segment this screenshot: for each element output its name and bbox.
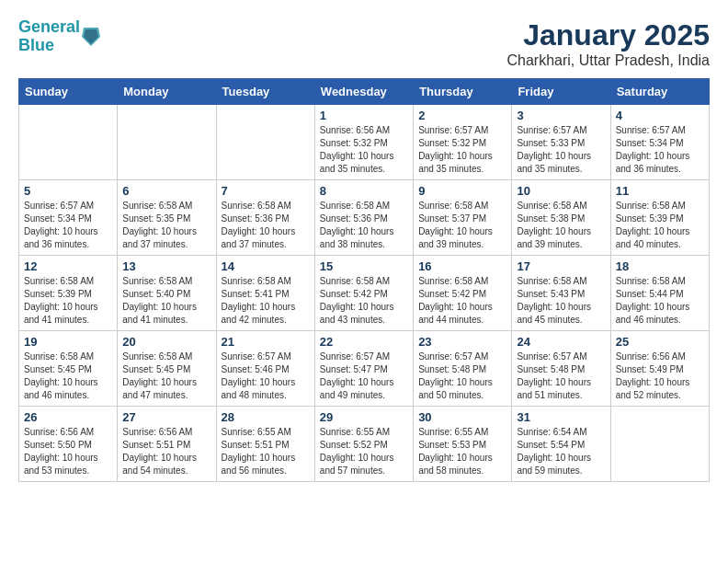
day-cell: 12Sunrise: 6:58 AM Sunset: 5:39 PM Dayli… xyxy=(19,256,118,331)
day-cell: 31Sunrise: 6:54 AM Sunset: 5:54 PM Dayli… xyxy=(512,407,610,482)
week-row-4: 19Sunrise: 6:58 AM Sunset: 5:45 PM Dayli… xyxy=(19,331,710,407)
day-number: 2 xyxy=(418,109,506,122)
col-header-saturday: Saturday xyxy=(610,79,709,105)
col-header-wednesday: Wednesday xyxy=(314,79,413,105)
day-cell: 22Sunrise: 6:57 AM Sunset: 5:47 PM Dayli… xyxy=(314,331,413,407)
day-cell xyxy=(216,105,314,180)
day-info: Sunrise: 6:56 AM Sunset: 5:50 PM Dayligh… xyxy=(24,426,112,477)
day-number: 29 xyxy=(320,410,408,424)
day-info: Sunrise: 6:55 AM Sunset: 5:52 PM Dayligh… xyxy=(320,426,408,477)
day-cell: 29Sunrise: 6:55 AM Sunset: 5:52 PM Dayli… xyxy=(314,407,413,482)
col-header-tuesday: Tuesday xyxy=(216,79,314,105)
day-number: 23 xyxy=(418,335,506,349)
week-row-1: 1Sunrise: 6:56 AM Sunset: 5:32 PM Daylig… xyxy=(19,105,710,180)
day-number: 21 xyxy=(222,335,310,349)
day-number: 4 xyxy=(616,109,704,122)
day-number: 31 xyxy=(517,410,605,424)
day-info: Sunrise: 6:57 AM Sunset: 5:33 PM Dayligh… xyxy=(517,124,605,176)
day-info: Sunrise: 6:55 AM Sunset: 5:51 PM Dayligh… xyxy=(222,426,310,477)
day-number: 11 xyxy=(616,184,704,198)
day-info: Sunrise: 6:56 AM Sunset: 5:49 PM Dayligh… xyxy=(616,350,704,402)
calendar-title: January 2025 xyxy=(506,18,710,52)
calendar-table: SundayMondayTuesdayWednesdayThursdayFrid… xyxy=(18,78,710,482)
svg-marker-1 xyxy=(84,29,98,44)
col-header-friday: Friday xyxy=(512,79,610,105)
logo-icon xyxy=(82,26,100,48)
day-cell: 26Sunrise: 6:56 AM Sunset: 5:50 PM Dayli… xyxy=(19,407,118,482)
day-cell: 6Sunrise: 6:58 AM Sunset: 5:35 PM Daylig… xyxy=(118,180,216,256)
day-cell: 19Sunrise: 6:58 AM Sunset: 5:45 PM Dayli… xyxy=(19,331,118,407)
day-info: Sunrise: 6:57 AM Sunset: 5:32 PM Dayligh… xyxy=(418,124,506,176)
day-number: 10 xyxy=(517,184,605,198)
day-info: Sunrise: 6:58 AM Sunset: 5:42 PM Dayligh… xyxy=(418,275,506,327)
day-info: Sunrise: 6:58 AM Sunset: 5:44 PM Dayligh… xyxy=(616,275,704,327)
day-number: 8 xyxy=(320,184,408,198)
day-number: 17 xyxy=(517,259,605,273)
day-cell: 27Sunrise: 6:56 AM Sunset: 5:51 PM Dayli… xyxy=(118,407,216,482)
day-cell: 17Sunrise: 6:58 AM Sunset: 5:43 PM Dayli… xyxy=(512,256,610,331)
day-info: Sunrise: 6:57 AM Sunset: 5:47 PM Dayligh… xyxy=(320,350,408,402)
day-info: Sunrise: 6:54 AM Sunset: 5:54 PM Dayligh… xyxy=(517,426,605,477)
title-block: January 2025 Charkhari, Uttar Pradesh, I… xyxy=(506,18,710,69)
day-info: Sunrise: 6:58 AM Sunset: 5:37 PM Dayligh… xyxy=(418,200,506,251)
day-info: Sunrise: 6:58 AM Sunset: 5:36 PM Dayligh… xyxy=(320,200,408,251)
day-info: Sunrise: 6:57 AM Sunset: 5:48 PM Dayligh… xyxy=(418,350,506,402)
day-cell: 3Sunrise: 6:57 AM Sunset: 5:33 PM Daylig… xyxy=(512,105,610,180)
col-header-sunday: Sunday xyxy=(19,79,118,105)
day-info: Sunrise: 6:58 AM Sunset: 5:42 PM Dayligh… xyxy=(320,275,408,327)
day-cell: 5Sunrise: 6:57 AM Sunset: 5:34 PM Daylig… xyxy=(19,180,118,256)
day-cell: 1Sunrise: 6:56 AM Sunset: 5:32 PM Daylig… xyxy=(314,105,413,180)
day-number: 12 xyxy=(24,259,112,273)
day-info: Sunrise: 6:58 AM Sunset: 5:39 PM Dayligh… xyxy=(24,275,112,327)
day-info: Sunrise: 6:58 AM Sunset: 5:38 PM Dayligh… xyxy=(517,200,605,251)
logo-text: General Blue xyxy=(18,18,80,55)
logo-line1: General xyxy=(18,17,80,36)
header-row: SundayMondayTuesdayWednesdayThursdayFrid… xyxy=(19,79,710,105)
day-info: Sunrise: 6:58 AM Sunset: 5:41 PM Dayligh… xyxy=(222,275,310,327)
day-cell: 11Sunrise: 6:58 AM Sunset: 5:39 PM Dayli… xyxy=(610,180,709,256)
day-cell: 30Sunrise: 6:55 AM Sunset: 5:53 PM Dayli… xyxy=(414,407,512,482)
day-info: Sunrise: 6:58 AM Sunset: 5:39 PM Dayligh… xyxy=(616,200,704,251)
day-cell: 28Sunrise: 6:55 AM Sunset: 5:51 PM Dayli… xyxy=(216,407,314,482)
day-number: 20 xyxy=(122,335,210,349)
col-header-thursday: Thursday xyxy=(414,79,512,105)
day-cell: 15Sunrise: 6:58 AM Sunset: 5:42 PM Dayli… xyxy=(314,256,413,331)
day-cell: 14Sunrise: 6:58 AM Sunset: 5:41 PM Dayli… xyxy=(216,256,314,331)
day-number: 18 xyxy=(616,259,704,273)
day-cell: 10Sunrise: 6:58 AM Sunset: 5:38 PM Dayli… xyxy=(512,180,610,256)
day-info: Sunrise: 6:57 AM Sunset: 5:34 PM Dayligh… xyxy=(616,124,704,176)
day-number: 15 xyxy=(320,259,408,273)
day-cell xyxy=(610,407,709,482)
day-cell: 20Sunrise: 6:58 AM Sunset: 5:45 PM Dayli… xyxy=(118,331,216,407)
day-cell: 4Sunrise: 6:57 AM Sunset: 5:34 PM Daylig… xyxy=(610,105,709,180)
header: General Blue January 2025 Charkhari, Utt… xyxy=(18,18,710,69)
day-number: 28 xyxy=(222,410,310,424)
logo: General Blue xyxy=(18,18,100,55)
day-info: Sunrise: 6:58 AM Sunset: 5:45 PM Dayligh… xyxy=(24,350,112,402)
day-number: 9 xyxy=(418,184,506,198)
day-info: Sunrise: 6:58 AM Sunset: 5:36 PM Dayligh… xyxy=(222,200,310,251)
day-cell: 9Sunrise: 6:58 AM Sunset: 5:37 PM Daylig… xyxy=(414,180,512,256)
col-header-monday: Monday xyxy=(118,79,216,105)
day-info: Sunrise: 6:57 AM Sunset: 5:48 PM Dayligh… xyxy=(517,350,605,402)
week-row-5: 26Sunrise: 6:56 AM Sunset: 5:50 PM Dayli… xyxy=(19,407,710,482)
day-cell: 7Sunrise: 6:58 AM Sunset: 5:36 PM Daylig… xyxy=(216,180,314,256)
day-number: 30 xyxy=(418,410,506,424)
week-row-2: 5Sunrise: 6:57 AM Sunset: 5:34 PM Daylig… xyxy=(19,180,710,256)
day-cell: 23Sunrise: 6:57 AM Sunset: 5:48 PM Dayli… xyxy=(414,331,512,407)
day-number: 25 xyxy=(616,335,704,349)
day-cell: 8Sunrise: 6:58 AM Sunset: 5:36 PM Daylig… xyxy=(314,180,413,256)
day-cell: 16Sunrise: 6:58 AM Sunset: 5:42 PM Dayli… xyxy=(414,256,512,331)
day-number: 14 xyxy=(222,259,310,273)
day-cell: 24Sunrise: 6:57 AM Sunset: 5:48 PM Dayli… xyxy=(512,331,610,407)
day-info: Sunrise: 6:58 AM Sunset: 5:40 PM Dayligh… xyxy=(122,275,210,327)
day-cell: 2Sunrise: 6:57 AM Sunset: 5:32 PM Daylig… xyxy=(414,105,512,180)
day-number: 1 xyxy=(320,109,408,122)
day-number: 16 xyxy=(418,259,506,273)
day-number: 7 xyxy=(222,184,310,198)
day-number: 26 xyxy=(24,410,112,424)
day-number: 24 xyxy=(517,335,605,349)
day-cell: 21Sunrise: 6:57 AM Sunset: 5:46 PM Dayli… xyxy=(216,331,314,407)
day-info: Sunrise: 6:57 AM Sunset: 5:34 PM Dayligh… xyxy=(24,200,112,251)
day-number: 5 xyxy=(24,184,112,198)
